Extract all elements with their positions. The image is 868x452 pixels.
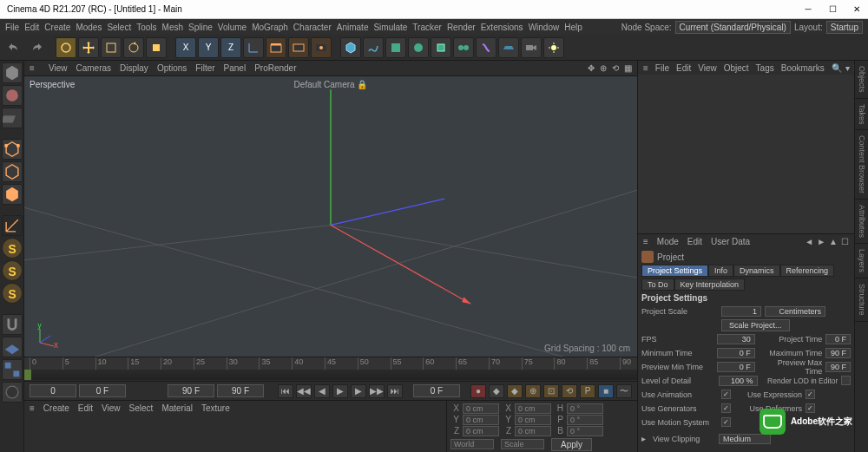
vp-nav-layout-icon[interactable]: ▦ (624, 63, 632, 73)
select-solo-icon[interactable]: S (2, 283, 23, 304)
menu-tracker[interactable]: Tracker (412, 23, 442, 32)
mat-menu-icon[interactable]: ≡ (30, 403, 35, 413)
expand-arrow-icon[interactable]: ▸ (641, 434, 646, 443)
timeline-cursor[interactable] (24, 370, 31, 380)
minimize-button[interactable]: ─ (804, 5, 812, 14)
select-tool[interactable] (56, 37, 76, 58)
layout-dropdown[interactable]: Startup (826, 21, 863, 34)
locked-workplane-icon[interactable] (2, 382, 23, 403)
range-start-field[interactable]: 0 (30, 384, 76, 397)
deformer-icon[interactable] (476, 37, 496, 58)
current-frame-field[interactable]: 0 F (413, 384, 460, 397)
vp-menu-display[interactable]: Display (120, 63, 148, 73)
field-icon[interactable] (453, 37, 474, 58)
timeline[interactable]: 051015202530354045505560657075808590 (24, 357, 637, 381)
menu-spline[interactable]: Spline (188, 23, 213, 32)
om-menu-bookmarks[interactable]: Bookmarks (781, 63, 825, 73)
material-list[interactable] (24, 415, 446, 452)
tab-content-browser[interactable]: Content Browser (855, 130, 868, 200)
goto-start-button[interactable]: ⏮ (278, 384, 293, 398)
om-menu-object[interactable]: Object (724, 63, 749, 73)
render-settings-button[interactable] (311, 37, 332, 58)
lasttool-button[interactable] (146, 37, 167, 58)
menu-animate[interactable]: Animate (337, 23, 369, 32)
menu-edit[interactable]: Edit (24, 23, 39, 32)
record-button[interactable]: ● (470, 384, 486, 398)
spline-icon[interactable] (363, 37, 384, 58)
use-generators-checkbox[interactable] (721, 403, 731, 413)
axis-y-button[interactable]: Y (198, 37, 219, 58)
vp-nav-zoom-icon[interactable]: ⊕ (600, 63, 607, 73)
vp-menu-filter[interactable]: Filter (195, 63, 214, 73)
vp-menu-view[interactable]: View (49, 63, 68, 73)
tab-structure[interactable]: Structure (855, 278, 868, 322)
coord-apply-button[interactable]: Apply (551, 438, 592, 451)
menu-render[interactable]: Render (447, 23, 476, 32)
vp-menu-prorender[interactable]: ProRender (254, 63, 296, 73)
model-mode-icon[interactable] (2, 62, 23, 83)
frame-start-field[interactable]: 0 F (79, 384, 126, 397)
poly-mode-icon[interactable] (2, 184, 23, 205)
texture-mode-icon[interactable] (2, 85, 23, 106)
om-menu-icon[interactable]: ≡ (643, 63, 648, 73)
edge-mode-icon[interactable] (2, 161, 23, 182)
tab-project-settings[interactable]: Project Settings (641, 265, 708, 277)
om-filter-icon[interactable]: ▾ (845, 63, 850, 73)
param-key-icon[interactable]: P (580, 384, 595, 398)
axis-gizmo-icon[interactable]: y x (33, 324, 59, 350)
snap-icon[interactable] (2, 314, 23, 335)
keyframe-sel-button[interactable]: ◆ (507, 384, 523, 398)
use-animation-checkbox[interactable] (721, 390, 731, 399)
tab-todo[interactable]: To Do (641, 278, 674, 291)
scale-tool[interactable] (101, 37, 122, 58)
pla-key-icon[interactable]: ■ (598, 384, 614, 398)
tab-takes[interactable]: Takes (855, 99, 868, 131)
mat-menu-edit[interactable]: Edit (78, 403, 93, 413)
nodespace-dropdown[interactable]: Current (Standard/Physical) (675, 21, 791, 34)
om-search-icon[interactable]: 🔍 (832, 63, 842, 73)
pos-key-icon[interactable]: ⊕ (525, 384, 541, 398)
project-time-field[interactable]: 0 F (825, 334, 851, 344)
view-clipping-dropdown[interactable]: Medium (719, 434, 771, 444)
size-y-field[interactable]: 0 cm (515, 415, 551, 425)
mat-menu-create[interactable]: Create (43, 403, 69, 413)
pos-x-field[interactable]: 0 cm (463, 403, 499, 414)
menu-mesh[interactable]: Mesh (162, 23, 183, 32)
redo-button[interactable] (26, 37, 47, 58)
mat-menu-select[interactable]: Select (129, 403, 154, 413)
menu-tools[interactable]: Tools (136, 23, 156, 32)
attr-newwin-icon[interactable]: ☐ (841, 237, 849, 246)
render-view-button[interactable] (266, 37, 286, 58)
coord-scale-dropdown[interactable]: Scale (501, 439, 544, 449)
rot-p-field[interactable]: 0 ° (567, 415, 603, 425)
render-lod-checkbox[interactable] (841, 376, 851, 385)
preview-max-field[interactable]: 90 F (825, 362, 851, 372)
tab-attributes[interactable]: Attributes (855, 200, 868, 244)
camera-icon[interactable] (521, 37, 542, 58)
axis-z-button[interactable]: Z (220, 37, 241, 58)
volume-icon[interactable] (431, 37, 451, 58)
vp-menu-cameras[interactable]: Cameras (76, 63, 112, 73)
mat-menu-material[interactable]: Material (161, 403, 193, 413)
generator-icon[interactable] (385, 37, 406, 58)
attr-menu-icon[interactable]: ≡ (643, 237, 648, 246)
menu-mograph[interactable]: MoGraph (252, 23, 288, 32)
tab-info[interactable]: Info (708, 265, 733, 277)
autokey-button[interactable]: ◆ (489, 384, 504, 398)
om-menu-view[interactable]: View (698, 63, 717, 73)
max-time-field[interactable]: 90 F (825, 348, 851, 358)
min-time-field[interactable]: 0 F (717, 348, 755, 358)
tab-objects[interactable]: Objects (855, 61, 868, 99)
rotate-tool[interactable] (123, 37, 144, 58)
menu-volume[interactable]: Volume (218, 23, 247, 32)
next-key-button[interactable]: ▶▶ (369, 384, 385, 398)
om-menu-edit[interactable]: Edit (676, 63, 691, 73)
rot-key-icon[interactable]: ⟲ (562, 384, 577, 398)
tab-dynamics[interactable]: Dynamics (733, 265, 780, 277)
next-frame-button[interactable]: ▶ (351, 384, 366, 398)
menu-character[interactable]: Character (293, 23, 332, 32)
axis-x-button[interactable]: X (175, 37, 196, 58)
attr-back-icon[interactable]: ◄ (805, 237, 813, 246)
menu-simulate[interactable]: Simulate (373, 23, 407, 32)
rot-h-field[interactable]: 0 ° (567, 403, 603, 414)
